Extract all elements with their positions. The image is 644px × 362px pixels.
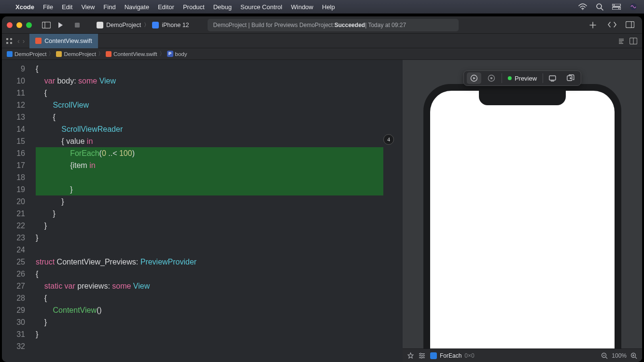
scheme-device-icon [152, 22, 159, 28]
status-result: Succeeded [335, 22, 365, 28]
close-window-button[interactable] [7, 22, 13, 28]
menu-navigate[interactable]: Navigate [125, 3, 149, 11]
editor-options-button[interactable] [630, 38, 637, 44]
issue-count-badge[interactable]: 4 [383, 134, 394, 145]
adjust-preview-button[interactable] [419, 353, 425, 359]
zoom-in-button[interactable] [630, 352, 637, 359]
svg-rect-11 [626, 21, 634, 28]
zoom-out-button[interactable] [601, 352, 608, 359]
crumb-project[interactable]: DemoProject [7, 51, 46, 57]
tab-contentview[interactable]: ContentView.swift [29, 34, 98, 48]
zoom-window-button[interactable] [26, 22, 32, 28]
menu-source-control[interactable]: Source Control [240, 3, 282, 11]
divider [502, 73, 502, 83]
crumb-symbol[interactable]: body [167, 51, 187, 57]
related-items-button[interactable] [6, 38, 13, 44]
device-wrap [403, 60, 642, 348]
siri-icon[interactable] [630, 3, 637, 11]
spotlight-icon[interactable] [596, 3, 603, 11]
view-icon [430, 352, 437, 359]
menu-help[interactable]: Help [322, 3, 335, 11]
svg-rect-14 [10, 38, 12, 40]
zoom-level[interactable]: 100% [612, 352, 627, 359]
crumb-label: DemoProject [14, 51, 46, 57]
svg-rect-10 [75, 23, 80, 28]
preview-variants-button[interactable] [563, 72, 578, 84]
menu-view[interactable]: View [81, 3, 95, 11]
navigator-toggle-button[interactable] [40, 20, 53, 30]
device-settings-button[interactable] [546, 72, 560, 84]
crumb-label: body [175, 51, 187, 57]
menu-edit[interactable]: Edit [62, 3, 72, 11]
menu-window[interactable]: Window [291, 3, 313, 11]
property-icon [167, 51, 173, 57]
wifi-icon[interactable] [578, 3, 587, 10]
status-suffix: | Today at 09:27 [365, 22, 406, 28]
menu-product[interactable]: Product [183, 3, 205, 11]
crumb-label: DemoProject [64, 51, 96, 57]
device-notch [479, 91, 566, 105]
scheme-target-label: DemoProject [106, 22, 141, 28]
nav-back-button[interactable]: ‹ [16, 37, 21, 45]
inspector-toggle-button[interactable] [626, 21, 637, 29]
chevron-right-icon: 〉 [144, 21, 149, 28]
main-split: 9101112131415161718192021222324252627282… [2, 60, 642, 362]
code-review-button[interactable] [607, 21, 619, 29]
control-center-icon[interactable] [612, 4, 621, 10]
svg-rect-15 [6, 42, 8, 44]
minimize-window-button[interactable] [16, 22, 22, 28]
svg-point-0 [582, 9, 583, 10]
minimap-toggle-icon[interactable] [618, 38, 625, 44]
svg-rect-22 [549, 76, 556, 80]
nav-forward-button[interactable]: › [22, 37, 26, 45]
svg-point-4 [614, 4, 615, 5]
tab-bar: ‹ › ContentView.swift [2, 34, 642, 48]
xcode-window: DemoProject 〉 iPhone 12 DemoProject | Bu… [2, 16, 642, 362]
project-icon [7, 51, 13, 57]
svg-line-2 [601, 8, 603, 10]
live-preview-button[interactable] [467, 72, 481, 84]
svg-rect-3 [612, 4, 621, 6]
iphone-device-frame [423, 84, 621, 348]
svg-rect-16 [10, 42, 12, 44]
swift-file-icon [106, 51, 112, 57]
svg-rect-21 [490, 77, 492, 79]
activity-status[interactable]: DemoProject | Build for Previews DemoPro… [208, 19, 459, 31]
crumb-folder[interactable]: DemoProject [56, 51, 96, 57]
svg-point-6 [618, 8, 619, 9]
scheme-target-icon [97, 22, 103, 28]
svg-point-25 [420, 353, 421, 354]
stop-button[interactable] [74, 22, 88, 28]
chevron-right-icon: 〉 [159, 50, 165, 57]
preview-toolbar: Preview [463, 70, 581, 86]
selected-element-size: 0×0 [464, 352, 474, 359]
menu-editor[interactable]: Editor [158, 3, 174, 11]
svg-line-34 [635, 357, 637, 359]
chevron-right-icon: 〉 [48, 50, 54, 57]
preview-status-dot-icon [508, 76, 512, 80]
menu-appname[interactable]: Xcode [15, 3, 34, 11]
canvas-footer: ForEach 0×0 100% [403, 348, 642, 362]
pin-preview-button[interactable] [407, 352, 414, 359]
scheme-device-label: iPhone 12 [162, 22, 189, 28]
selected-element-name: ForEach [440, 352, 462, 359]
svg-line-30 [606, 357, 608, 359]
menu-find[interactable]: Find [103, 3, 115, 11]
code-area[interactable]: { var body: some View { ScrollView { Scr… [31, 60, 403, 362]
window-controls [7, 22, 32, 28]
svg-rect-5 [612, 7, 621, 10]
menu-file[interactable]: File [43, 3, 53, 11]
svg-point-26 [423, 355, 424, 356]
add-button[interactable] [589, 21, 601, 29]
run-button[interactable] [57, 22, 70, 28]
selected-element[interactable]: ForEach 0×0 [430, 352, 475, 359]
chevron-right-icon: 〉 [98, 50, 104, 57]
preview-status[interactable]: Preview [505, 75, 540, 82]
selectable-preview-button[interactable] [484, 72, 499, 84]
menu-debug[interactable]: Debug [213, 3, 232, 11]
crumb-file[interactable]: ContentView.swift [106, 51, 157, 57]
jump-bar[interactable]: DemoProject 〉 DemoProject 〉 ContentView.… [2, 48, 642, 60]
device-screen[interactable] [430, 91, 615, 348]
scheme-selector[interactable]: DemoProject 〉 iPhone 12 [92, 19, 194, 30]
source-editor[interactable]: 9101112131415161718192021222324252627282… [2, 60, 403, 362]
